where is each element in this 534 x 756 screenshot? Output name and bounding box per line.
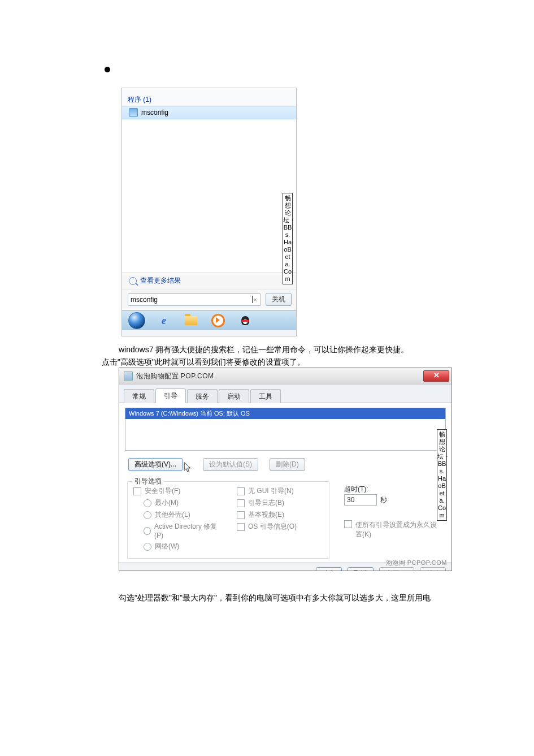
minimal-radio[interactable]: 最小(M)	[133, 497, 220, 509]
altshell-radio[interactable]: 其他外壳(L)	[133, 509, 220, 521]
basevideo-checkbox[interactable]: 基本视频(E)	[237, 509, 323, 521]
search-result-item[interactable]: msconfig	[122, 106, 296, 119]
tab-tools[interactable]: 工具	[250, 389, 281, 403]
os-list-item[interactable]: Windows 7 (C:\Windows) 当前 OS; 默认 OS	[125, 408, 445, 419]
os-listbox[interactable]: Windows 7 (C:\Windows) 当前 OS; 默认 OS	[125, 408, 446, 451]
start-orb[interactable]	[124, 313, 149, 328]
paragraph: windows7 拥有强大便捷的搜索栏，记住一些常用命令，可以让你操作起来更快捷…	[119, 343, 455, 356]
advanced-options-button[interactable]: 高级选项(V)...	[128, 458, 183, 471]
tab-boot[interactable]: 引导	[155, 388, 186, 403]
explorer-icon[interactable]	[179, 313, 203, 328]
checkbox-icon	[237, 499, 245, 507]
timeout-label: 超时(T):	[344, 485, 440, 494]
permanent-checkbox[interactable]: 使所有引导设置成为永久设置(K)	[344, 520, 440, 539]
radio-icon	[144, 499, 151, 507]
more-label: 查看更多结果	[140, 276, 181, 286]
paragraph: 点击"高级选项"此时就可以看到我们将要修改的设置项了。	[102, 356, 455, 368]
qq-icon[interactable]	[233, 313, 258, 328]
checkbox-icon	[344, 520, 352, 528]
search-icon	[129, 277, 137, 285]
boot-options-fieldset: 引导选项 安全引导(F) 最小(M)	[127, 481, 329, 559]
checkbox-icon	[133, 487, 141, 495]
msconfig-icon	[129, 108, 138, 117]
dialog-body: Windows 7 (C:\Windows) 当前 OS; 默认 OS 高级选项…	[119, 403, 451, 562]
nogui-checkbox[interactable]: 无 GUI 引导(N)	[237, 485, 323, 497]
media-player-icon[interactable]	[206, 313, 231, 328]
tab-general[interactable]: 常规	[124, 389, 154, 403]
apply-button[interactable]: 应用(A)	[379, 567, 414, 571]
checkbox-icon	[237, 511, 245, 519]
ok-button[interactable]: 确定	[316, 567, 342, 571]
cancel-button[interactable]: 取消	[348, 567, 374, 571]
opt-label: OS 引导信息(O)	[248, 522, 297, 532]
timeout-value: 30	[347, 496, 354, 504]
watermark-vertical: 畅想论坛・BBs.HaoBeta.Com	[437, 429, 447, 521]
ie-icon[interactable]: e	[151, 313, 176, 328]
watermark-vertical: 畅想论坛・BBs.HaoBeta.Com	[283, 193, 293, 284]
close-button[interactable]: ✕	[423, 370, 449, 382]
screenshot-start-menu: 程序 (1) msconfig 查看更多结果 msconfig × 关机 e	[121, 88, 297, 336]
search-input[interactable]: msconfig ×	[128, 293, 261, 306]
delete-button[interactable]: 删除(D)	[270, 458, 305, 471]
seconds-label: 秒	[380, 495, 387, 505]
checkbox-icon	[237, 523, 245, 531]
radio-icon	[144, 527, 151, 535]
network-radio[interactable]: 网络(W)	[133, 541, 220, 552]
opt-label: 最小(M)	[155, 498, 179, 508]
paragraph: 勾选"处理器数"和"最大内存"，看到你的电脑可选项中有多大你就可以选多大，这里所…	[119, 591, 455, 604]
search-value: msconfig	[131, 295, 252, 304]
tab-services[interactable]: 服务	[187, 389, 218, 403]
opt-label: 其他外壳(L)	[155, 510, 190, 520]
blank-area	[122, 119, 296, 272]
timeout-row: 30 秒	[344, 494, 440, 506]
opt-label: 使所有引导设置成为永久设置(K)	[355, 520, 440, 539]
set-default-button[interactable]: 设为默认值(S)	[203, 458, 258, 471]
options-group: 引导选项 安全引导(F) 最小(M)	[127, 477, 444, 559]
opt-label: 无 GUI 引导(N)	[248, 486, 294, 496]
radio-icon	[144, 543, 151, 551]
help-button[interactable]: 帮助	[420, 567, 446, 571]
result-label: msconfig	[141, 109, 168, 116]
cursor-icon	[184, 462, 192, 473]
radio-icon	[144, 511, 151, 519]
bootlog-checkbox[interactable]: 引导日志(B)	[237, 497, 323, 509]
osbootinfo-checkbox[interactable]: OS 引导信息(O)	[237, 521, 323, 533]
button-row: 高级选项(V)... 设为默认值(S) 删除(D)	[125, 451, 446, 474]
timeout-input[interactable]: 30	[344, 494, 377, 506]
opt-label: Active Directory 修复(P)	[154, 522, 220, 539]
search-row: msconfig × 关机	[122, 290, 296, 310]
taskbar: e	[122, 310, 296, 330]
app-icon	[124, 371, 133, 381]
checkbox-icon	[237, 487, 245, 495]
clear-icon[interactable]: ×	[253, 296, 258, 303]
opt-label: 安全引导(F)	[145, 486, 180, 496]
tab-startup[interactable]: 启动	[219, 389, 249, 403]
screenshot-msconfig-dialog: 泡泡购物配置 POP.COM ✕ 常规 引导 服务 启动 工具 Windows …	[119, 368, 452, 571]
programs-header: 程序 (1)	[122, 93, 296, 106]
safe-boot-checkbox[interactable]: 安全引导(F)	[133, 485, 220, 497]
adrepair-radio[interactable]: Active Directory 修复(P)	[133, 521, 220, 541]
opt-label: 基本视频(E)	[248, 510, 284, 520]
timeout-column: 超时(T): 30 秒 使所有引导设置成为永久设置(K)	[341, 477, 444, 559]
see-more-results[interactable]: 查看更多结果	[122, 272, 296, 290]
shutdown-button[interactable]: 关机	[266, 293, 292, 306]
tab-bar: 常规 引导 服务 启动 工具	[119, 385, 451, 403]
list-bullet	[105, 67, 110, 72]
boot-options-legend: 引导选项	[132, 477, 164, 486]
window-title: 泡泡购物配置 POP.COM	[136, 371, 423, 381]
opt-label: 引导日志(B)	[248, 498, 284, 508]
site-watermark: 泡泡网 PCPOP.COM	[386, 559, 447, 567]
title-bar: 泡泡购物配置 POP.COM ✕	[119, 368, 451, 385]
document-page: 程序 (1) msconfig 查看更多结果 msconfig × 关机 e	[0, 0, 534, 756]
opt-label: 网络(W)	[155, 542, 179, 551]
